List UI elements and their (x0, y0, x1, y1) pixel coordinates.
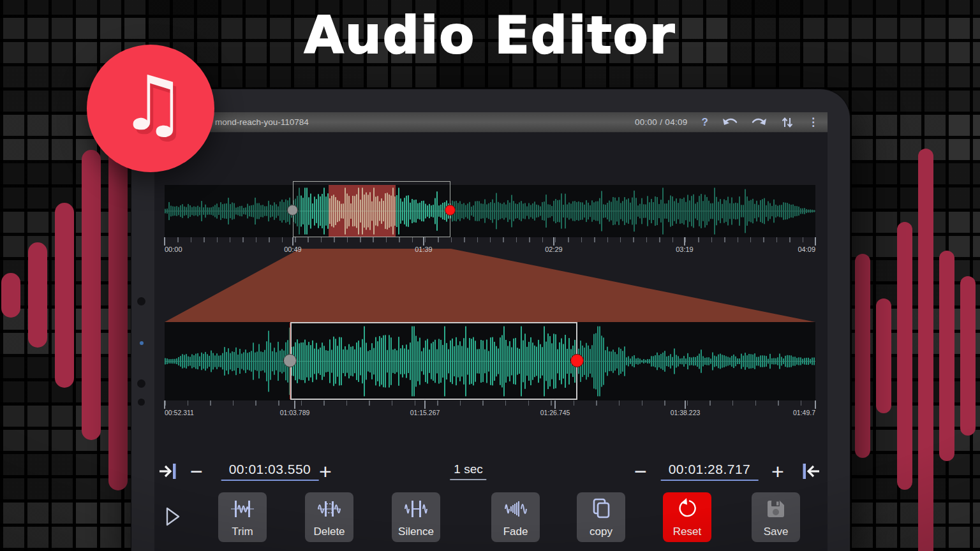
eq-bar (960, 276, 976, 436)
time-label: 02:29 (545, 246, 563, 253)
bezel-button (137, 379, 145, 388)
bezel-button (137, 297, 145, 305)
time-label: 03:19 (676, 246, 694, 253)
start-time-plus-button[interactable]: + (319, 460, 332, 482)
track-filename: mond-reach-you-110784 (215, 117, 309, 127)
major-tick (294, 400, 295, 409)
end-time-field[interactable]: 00:01:28.717 (661, 462, 759, 481)
eq-bar (55, 203, 74, 388)
trim-label: Trim (232, 525, 253, 538)
major-tick (424, 400, 426, 409)
stage: Audio Editor mond-reach-you-110784 00:00… (0, 0, 980, 551)
app-screen: mond-reach-you-110784 00:00 / 04:09 ? ⋮ (154, 112, 828, 551)
end-time-plus-button[interactable]: + (771, 460, 784, 482)
end-time-minus-button[interactable]: − (634, 460, 647, 482)
step-size-field[interactable]: 1 sec (450, 462, 486, 480)
music-note-badge: ♫ (87, 45, 214, 172)
silence-label: Silence (398, 525, 434, 538)
time-label: 04:09 (798, 246, 815, 253)
eq-bar (28, 242, 47, 348)
time-label: 00:00 (165, 246, 182, 253)
save-label: Save (764, 525, 789, 538)
undo-icon[interactable] (722, 117, 738, 128)
help-icon[interactable]: ? (702, 117, 708, 128)
eq-bar (82, 150, 101, 440)
zoomview-ruler: 00:52.31101:03.78901:15.26701:26.74501:3… (165, 400, 815, 420)
time-label: 01:15.267 (410, 409, 440, 416)
eq-bar (876, 298, 891, 413)
overflow-menu-icon[interactable]: ⋮ (808, 115, 819, 129)
reset-label: Reset (673, 525, 701, 538)
selection-end-handle-overview[interactable] (445, 205, 456, 216)
eq-bar (897, 222, 912, 490)
selection-start-handle-zoom[interactable] (283, 354, 297, 367)
major-tick (164, 237, 165, 246)
selection-end-handle-zoom[interactable] (570, 354, 584, 367)
time-label: 01:39 (415, 246, 433, 253)
major-tick (423, 237, 424, 246)
eq-bar (1, 273, 20, 318)
trim-button[interactable]: Trim (218, 492, 267, 542)
tablet-device: mond-reach-you-110784 00:00 / 04:09 ? ⋮ (131, 89, 850, 551)
zoom-selection-box[interactable] (290, 322, 577, 400)
major-tick (553, 237, 554, 246)
snap-end-icon[interactable] (800, 460, 820, 482)
bezel-button (138, 399, 145, 406)
trim-icon (230, 497, 255, 523)
music-note-icon: ♫ (119, 59, 187, 147)
action-toolbar: Trim Delete Silence (154, 492, 828, 542)
playback-time: 00:00 / 04:09 (635, 117, 688, 127)
delete-button[interactable]: Delete (305, 492, 353, 542)
redo-icon[interactable] (752, 117, 767, 128)
copy-icon (588, 497, 614, 523)
silence-button[interactable]: Silence (392, 492, 440, 542)
save-icon (763, 497, 789, 523)
time-label: 01:49.7 (793, 409, 815, 416)
start-time-minus-button[interactable]: − (190, 460, 203, 482)
fade-label: Fade (503, 525, 528, 538)
major-tick (292, 237, 293, 246)
app-titlebar: mond-reach-you-110784 00:00 / 04:09 ? ⋮ (154, 112, 828, 133)
overview-selection-box[interactable] (293, 181, 450, 237)
reset-button[interactable]: Reset (663, 492, 711, 542)
selection-start-handle-overview[interactable] (287, 205, 298, 216)
silence-icon (403, 497, 429, 523)
delete-icon (316, 497, 342, 523)
copy-button[interactable]: copy (577, 492, 625, 542)
camera-dot (140, 341, 144, 345)
eq-bar (918, 149, 933, 551)
major-tick (685, 400, 686, 409)
time-label: 00:49 (284, 246, 302, 253)
reset-icon (674, 497, 700, 523)
major-tick (554, 400, 556, 409)
play-button[interactable] (165, 506, 181, 529)
right-eq-decoration (855, 150, 980, 551)
copy-label: copy (590, 525, 612, 538)
zoom-connector (165, 249, 815, 322)
major-tick (164, 400, 165, 409)
time-label: 01:26.745 (540, 409, 570, 416)
major-tick (684, 237, 685, 246)
time-label: 00:52.311 (165, 409, 194, 416)
time-label: 01:38.223 (671, 409, 701, 416)
save-button[interactable]: Save (752, 492, 800, 542)
overview-ruler: 00:0000:4901:3902:2903:1904:09 (165, 237, 815, 256)
overview-waveform[interactable] (165, 185, 815, 237)
selection-controls: − 00:01:03.550 + 1 sec − 00:01:28.717 + (154, 453, 828, 490)
fade-icon (503, 497, 528, 523)
major-tick (815, 400, 816, 409)
fade-button[interactable]: Fade (491, 492, 540, 542)
start-time-field[interactable]: 00:01:03.550 (221, 462, 319, 481)
time-label: 01:03.789 (280, 409, 310, 416)
eq-bar (855, 254, 870, 458)
snap-start-icon[interactable] (158, 460, 179, 482)
delete-label: Delete (313, 525, 345, 538)
sort-arrows-icon[interactable] (781, 116, 794, 129)
major-tick (815, 237, 816, 246)
eq-bar (939, 251, 954, 461)
